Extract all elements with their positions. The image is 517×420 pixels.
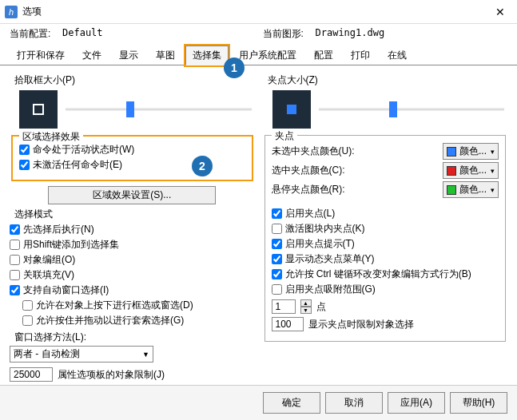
- unselected-grip-color-label: 未选中夹点颜色(U):: [272, 145, 355, 158]
- gripsize-label: 夹点大小(Z): [268, 73, 508, 87]
- prop-palette-limit-label: 属性选项板的对象限制(J): [58, 368, 165, 382]
- region-effect-group: 区域选择效果 命令处于活动状态时(W) 未激活任何命令时(E): [11, 135, 253, 181]
- help-button[interactable]: 帮助(H): [450, 392, 507, 414]
- chevron-down-icon: ▾: [491, 167, 495, 175]
- prop-palette-limit-input[interactable]: 25000: [10, 367, 53, 382]
- tab-drafting[interactable]: 草图: [149, 46, 182, 65]
- annotation-badge-2: 2: [192, 156, 213, 176]
- check-ctrl-cycle[interactable]: 允许按 Ctrl 键循环改变对象编辑方式行为(B): [272, 267, 499, 281]
- unselected-grip-color-button[interactable]: 颜色... ▾: [443, 143, 499, 160]
- close-icon[interactable]: ✕: [488, 0, 512, 24]
- hover-grip-color-button[interactable]: 颜色... ▾: [443, 181, 499, 198]
- chevron-down-icon: ▾: [491, 186, 495, 194]
- tab-plot[interactable]: 打印: [344, 46, 377, 65]
- gripsize-preview: [272, 90, 311, 129]
- chevron-up-icon[interactable]: ▲: [300, 299, 312, 307]
- drawing-label: 当前图形:: [263, 27, 308, 41]
- window-method-value: 两者 - 自动检测: [14, 347, 80, 361]
- swatch-icon: [447, 166, 456, 176]
- tab-files[interactable]: 文件: [75, 46, 109, 65]
- pickbox-preview: [19, 90, 58, 129]
- grip-limit-input[interactable]: 100: [272, 317, 304, 331]
- swatch-icon: [447, 185, 456, 195]
- chevron-down-icon[interactable]: ▼: [300, 307, 312, 314]
- check-auto-window[interactable]: 支持自动窗口选择(I): [10, 283, 255, 297]
- check-shift-add[interactable]: 用Shift键添加到选择集: [10, 238, 255, 252]
- check-grip-tips[interactable]: 启用夹点提示(T): [272, 237, 499, 251]
- tab-profiles[interactable]: 配置: [307, 46, 340, 65]
- drawing-value: Drawing1.dwg: [316, 27, 508, 41]
- snap-range-spinner[interactable]: ▲ ▼: [300, 299, 312, 314]
- snap-range-px-input[interactable]: 1: [272, 299, 296, 314]
- check-groups[interactable]: 对象编组(O): [10, 253, 255, 267]
- check-dynamic-grip-menu[interactable]: 显示动态夹点菜单(Y): [272, 252, 499, 266]
- cancel-button[interactable]: 取消: [325, 392, 383, 414]
- window-title: 选项: [22, 5, 488, 18]
- hover-grip-color-label: 悬停夹点颜色(R):: [272, 183, 345, 196]
- check-press-drag-lasso[interactable]: 允许按住并拖动以进行套索选择(G): [22, 314, 255, 327]
- check-press-drag-window[interactable]: 允许在对象上按下进行框选或窗选(D): [22, 299, 255, 312]
- chevron-down-icon: ▼: [142, 351, 149, 359]
- window-method-combo[interactable]: 两者 - 自动检测 ▼: [10, 346, 153, 363]
- check-assoc-hatch[interactable]: 关联填充(V): [10, 268, 255, 282]
- gripsize-slider[interactable]: [319, 101, 505, 117]
- tab-display[interactable]: 显示: [112, 46, 145, 65]
- check-cmd-active-label: 命令处于活动状态时(W): [33, 143, 134, 157]
- chevron-down-icon: ▾: [491, 148, 495, 156]
- config-label: 当前配置:: [10, 27, 54, 41]
- annotation-badge-1: 1: [224, 57, 245, 78]
- check-no-cmd-label: 未激活任何命令时(E): [33, 158, 122, 172]
- pickbox-size-slider[interactable]: [66, 101, 252, 117]
- region-effect-settings-button[interactable]: 区域效果设置(S)...: [48, 186, 216, 204]
- tab-bar: 打开和保存 文件 显示 草图 选择集 用户系统配置 配置 打印 在线: [0, 42, 517, 65]
- check-grip-snap-range[interactable]: 启用夹点吸附范围(G): [272, 283, 499, 296]
- tab-open-save[interactable]: 打开和保存: [10, 46, 72, 65]
- app-icon: h: [5, 6, 18, 18]
- tab-online[interactable]: 在线: [380, 46, 414, 65]
- ok-button[interactable]: 确定: [263, 392, 320, 414]
- check-grips-in-block[interactable]: 激活图块内夹点(K): [272, 222, 499, 236]
- check-enable-grips[interactable]: 启用夹点(L): [272, 207, 499, 220]
- grip-group: 夹点 未选中夹点颜色(U): 颜色... ▾ 选中夹点颜色(C): 颜色... …: [264, 135, 507, 342]
- selected-grip-color-label: 选中夹点颜色(C):: [272, 164, 345, 177]
- selected-grip-color-button[interactable]: 颜色... ▾: [443, 162, 499, 179]
- check-preselect[interactable]: 先选择后执行(N): [10, 223, 255, 236]
- tab-selection[interactable]: 选择集: [185, 46, 229, 65]
- region-effect-legend: 区域选择效果: [19, 130, 83, 144]
- config-value: Default: [62, 27, 255, 41]
- window-method-label: 窗口选择方法(L):: [14, 331, 255, 344]
- swatch-icon: [447, 147, 456, 157]
- grip-legend: 夹点: [272, 129, 297, 143]
- pickbox-size-label: 拾取框大小(P): [14, 73, 255, 87]
- check-cmd-active[interactable]: 命令处于活动状态时(W): [19, 143, 245, 157]
- snap-range-unit: 点: [316, 300, 326, 314]
- grip-limit-label: 显示夹点时限制对象选择: [308, 318, 414, 331]
- selection-mode-title: 选择模式: [14, 208, 255, 221]
- apply-button[interactable]: 应用(A): [388, 392, 445, 414]
